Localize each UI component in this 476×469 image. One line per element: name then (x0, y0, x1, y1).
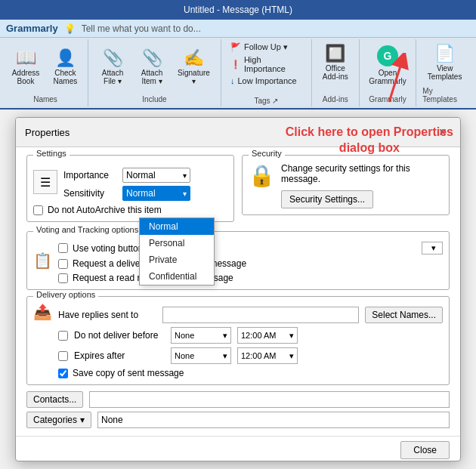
select-names-button[interactable]: Select Names... (365, 307, 443, 323)
do-not-deliver-row: Do not deliver before None ▾ 12:00 AM ▾ (58, 327, 443, 344)
high-importance-button[interactable]: ❗ High Importance (227, 54, 305, 75)
voting-section: Voting and Tracking options 📋 Use voting… (26, 231, 450, 290)
delivery-fields: Have replies sent to Select Names... Do … (58, 303, 443, 378)
voting-buttons-label: Use voting buttons (73, 243, 147, 254)
title-text: Untitled - Message (HTML) (184, 5, 292, 15)
security-right: Change security settings for this messag… (281, 163, 443, 208)
expires-checkbox[interactable] (58, 351, 68, 361)
voting-buttons-checkbox[interactable] (58, 243, 68, 253)
importance-field-row: Importance Normal ▾ (63, 168, 190, 183)
dialog-right: Security 🔒 Change security settings for … (242, 155, 450, 228)
office-addins-button[interactable]: 🔲 OfficeAdd-ins (317, 42, 354, 84)
title-bar: Untitled - Message (HTML) (0, 0, 476, 20)
dialog-close-button[interactable]: ✕ (434, 124, 451, 140)
settings-list-icon: ☰ (40, 175, 51, 190)
signature-label: Signature ▾ (178, 69, 210, 85)
dialog-title: Properties (25, 127, 70, 138)
expires-date-chevron-icon: ▾ (223, 351, 227, 361)
ribbon-group-include: 📎 AttachFile ▾ 📎 AttachItem ▾ ✍️ Signatu… (88, 39, 221, 106)
have-replies-label: Have replies sent to (58, 310, 156, 320)
close-button[interactable]: Close (400, 441, 450, 459)
low-importance-icon: ↓ (230, 76, 235, 85)
do-not-deliver-date-select[interactable]: None ▾ (171, 327, 231, 344)
expires-time: 12:00 AM (241, 351, 276, 360)
do-not-deliver-date: None (175, 331, 194, 340)
delivery-receipt-row: Request a delivery receipt for this mess… (58, 258, 443, 269)
importance-select[interactable]: Normal ▾ (122, 168, 190, 183)
have-replies-input[interactable] (162, 307, 359, 323)
save-copy-row: Save copy of sent message (58, 368, 443, 378)
attach-item-label: AttachItem ▾ (141, 69, 162, 85)
voting-header-row: 📋 Use voting buttons ▾ Request a deliver… (33, 238, 443, 283)
names-buttons: 📖 AddressBook 👤 CheckNames (8, 42, 84, 92)
ribbon-group-addins: 🔲 OfficeAdd-ins Add-ins (312, 39, 360, 106)
tell-me-text[interactable]: Tell me what you want to do... (82, 23, 201, 34)
voting-checkboxes: Use voting buttons ▾ Request a delivery … (58, 238, 443, 283)
expires-date: None (175, 351, 194, 360)
follow-up-icon: 🚩 (230, 42, 241, 52)
view-templates-icon: 📄 (434, 45, 455, 62)
expires-date-select[interactable]: None ▾ (171, 347, 231, 364)
sensitivity-label: Sensitivity (63, 188, 116, 199)
attach-item-icon: 📎 (142, 50, 162, 66)
view-templates-label: ViewTemplates (428, 64, 462, 81)
contacts-button[interactable]: Contacts... (26, 391, 83, 408)
dialog-body: Settings ☰ Importance Normal ▾ (16, 147, 460, 436)
contacts-input[interactable] (89, 391, 450, 408)
dropdown-item-private[interactable]: Private (140, 251, 214, 268)
follow-up-button[interactable]: 🚩 Follow Up ▾ (227, 41, 305, 54)
save-copy-label: Save copy of sent message (73, 368, 184, 378)
dropdown-item-normal[interactable]: Normal (140, 218, 214, 235)
addins-group-label: Add-ins (323, 92, 348, 103)
do-not-auto-checkbox[interactable] (33, 205, 43, 215)
low-importance-button[interactable]: ↓ Low Importance (227, 75, 305, 87)
properties-dialog: Properties ✕ Settings ☰ Importance (15, 117, 461, 461)
save-copy-checkbox[interactable] (58, 369, 68, 378)
sensitivity-select[interactable]: Normal ▾ (122, 186, 190, 201)
time-chevron-icon: ▾ (289, 331, 294, 341)
sensitivity-field-row: Sensitivity Normal ▾ (63, 186, 190, 201)
dropdown-item-confidential[interactable]: Confidential (140, 268, 214, 285)
address-book-label: AddressBook (12, 69, 40, 85)
expires-time-select[interactable]: 12:00 AM ▾ (237, 347, 298, 364)
templates-group-label: My Templates (422, 84, 467, 103)
high-importance-icon: ❗ (230, 60, 241, 69)
signature-button[interactable]: ✍️ Signature ▾ (173, 47, 215, 88)
expires-row: Expires after None ▾ 12:00 AM ▾ (58, 347, 443, 364)
categories-input[interactable] (97, 412, 450, 428)
grammarly-group-label: Grammarly (369, 92, 406, 103)
attach-item-button[interactable]: 📎 AttachItem ▾ (134, 47, 170, 88)
delivery-section-label: Delivery options (33, 290, 98, 299)
tags-group-label: Tags ↗ (227, 97, 305, 105)
read-receipt-checkbox[interactable] (58, 273, 68, 283)
importance-chevron-icon: ▾ (183, 171, 187, 180)
view-templates-button[interactable]: 📄 ViewTemplates (423, 42, 467, 84)
categories-button[interactable]: Categories ▾ (26, 412, 91, 428)
dropdown-item-personal[interactable]: Personal (140, 235, 214, 251)
attach-file-button[interactable]: 📎 AttachFile ▾ (94, 47, 131, 88)
voting-dropdown-chevron: ▾ (431, 243, 436, 253)
delivery-icon: 📤 (33, 303, 52, 321)
delivery-receipt-checkbox[interactable] (58, 259, 68, 269)
check-names-button[interactable]: 👤 CheckNames (47, 47, 83, 88)
include-group-label: Include (142, 92, 166, 103)
security-settings-button[interactable]: Security Settings... (281, 190, 373, 208)
do-not-deliver-checkbox[interactable] (58, 331, 68, 341)
security-section-label: Security (249, 149, 285, 158)
do-not-deliver-time: 12:00 AM (241, 331, 276, 340)
open-grammarly-label: OpenGrammarly (369, 69, 406, 85)
high-importance-label: High Importance (244, 55, 302, 73)
open-grammarly-button[interactable]: G OpenGrammarly (364, 42, 410, 88)
do-not-auto-label: Do not AutoArchive this item (48, 205, 162, 215)
address-book-button[interactable]: 📖 AddressBook (8, 47, 45, 88)
do-not-deliver-time-select[interactable]: 12:00 AM ▾ (237, 327, 298, 344)
security-content: 🔒 Change security settings for this mess… (249, 163, 443, 208)
tags-expand-icon[interactable]: ↗ (272, 97, 278, 105)
voting-dropdown[interactable]: ▾ (422, 242, 443, 255)
sensitivity-value: Normal (126, 188, 156, 199)
grammarly-logo: Grammarly (6, 23, 58, 34)
read-receipt-row: Request a read receipt for this message (58, 273, 443, 283)
dialog-left: Settings ☰ Importance Normal ▾ (26, 155, 234, 228)
signature-icon: ✍️ (184, 50, 204, 66)
ribbon-group-names: 📖 AddressBook 👤 CheckNames Names (3, 39, 88, 106)
